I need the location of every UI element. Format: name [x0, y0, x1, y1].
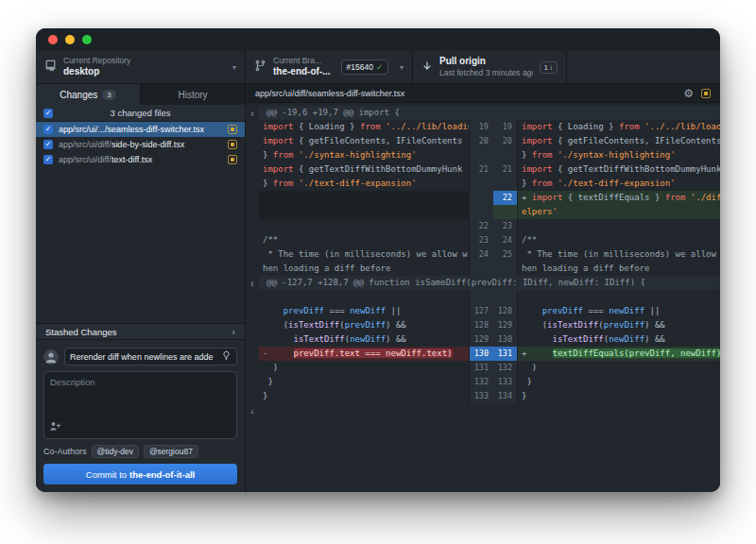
- line-number-new[interactable]: [493, 205, 518, 219]
- modified-icon: [228, 155, 237, 164]
- stashed-changes-label: Stashed Changes: [45, 327, 117, 337]
- diff-row: isTextDiff(newDiff) &&129130 isTextDiff(…: [246, 332, 720, 347]
- hunk-header: @@ -19,6 +19,7 @@ import {: [259, 106, 720, 120]
- line-number-old[interactable]: 133: [469, 389, 493, 403]
- line-number-new[interactable]: 129: [493, 318, 518, 332]
- coauthor-pill[interactable]: @sergiou87: [144, 445, 198, 458]
- commit-description-input[interactable]: Description: [43, 371, 237, 439]
- line-number-old[interactable]: 129: [469, 332, 493, 347]
- zoom-window-button[interactable]: [82, 35, 92, 44]
- chevron-down-icon: ▾: [232, 63, 236, 72]
- file-row-seamless-diff-switcher[interactable]: ✓ app/src/ui/.../seamless-diff-switcher.…: [36, 122, 245, 137]
- diff-code-right: /**: [518, 233, 720, 247]
- gear-icon[interactable]: ⚙: [683, 88, 694, 99]
- expand-hunk-button[interactable]: ↕: [246, 106, 259, 120]
- pr-number: #15640: [347, 62, 373, 72]
- tab-history[interactable]: History: [140, 84, 245, 105]
- pull-origin-button[interactable]: Pull origin Last fetched 3 minutes ago 1…: [413, 51, 567, 83]
- window-controls: [48, 35, 92, 44]
- line-number-new[interactable]: 22: [493, 191, 518, 205]
- pull-count: 1: [544, 63, 548, 72]
- pull-label: Pull origin: [439, 56, 533, 68]
- line-number-old[interactable]: 19: [469, 120, 493, 134]
- diff-code-right: hen loading a diff before: [518, 262, 720, 276]
- file-checkbox[interactable]: ✓: [43, 155, 53, 164]
- tab-changes[interactable]: Changes 3: [36, 84, 140, 105]
- minimize-window-button[interactable]: [65, 35, 75, 44]
- diff-code-left: }: [259, 375, 469, 389]
- line-number-old[interactable]: 128: [469, 318, 493, 332]
- titlebar[interactable]: [36, 28, 720, 51]
- line-number-new[interactable]: 133: [493, 375, 518, 389]
- expand-hunk-button[interactable]: ↕: [246, 276, 259, 290]
- line-number-new[interactable]: 24: [493, 233, 518, 247]
- diff-view: ↕@@ -19,6 +19,7 @@ import {import { Load…: [246, 103, 720, 492]
- line-number-old[interactable]: [469, 205, 493, 219]
- stashed-changes-row[interactable]: Stashed Changes ›: [36, 323, 245, 340]
- desktop-background: Current Repository desktop ▾ Current Bra…: [0, 0, 756, 544]
- line-number-old[interactable]: 20: [469, 134, 493, 148]
- line-number-old[interactable]: 127: [469, 304, 493, 318]
- line-number-new[interactable]: [493, 262, 518, 276]
- commit-summary-input[interactable]: Rerender diff when newlines are adde: [64, 348, 237, 366]
- close-window-button[interactable]: [48, 35, 58, 44]
- expand-down-button[interactable]: ↓: [246, 403, 259, 417]
- add-coauthor-icon[interactable]: [49, 420, 61, 434]
- tab-changes-label: Changes: [60, 90, 97, 100]
- line-number-old[interactable]: 21: [469, 162, 493, 177]
- diff-code-right: } from './text-diff-expansion': [518, 177, 720, 191]
- line-number-old[interactable]: [469, 148, 493, 162]
- line-number-old[interactable]: 24: [469, 247, 493, 262]
- pr-status-badge[interactable]: #15640 ✓: [341, 60, 389, 75]
- coauthor-pill[interactable]: @tidy-dev: [92, 445, 139, 458]
- diff-row: } from './syntax-highlighting'} from './…: [246, 148, 720, 162]
- diff-code-left: [259, 191, 469, 205]
- arrow-down-icon: [421, 59, 433, 76]
- diff-code-right: + textDiffEquals(prevDiff, newDiff)): [518, 347, 720, 361]
- file-row-side-by-side-diff[interactable]: ✓ app/src/ui/diff/side-by-side-diff.tsx: [36, 137, 245, 152]
- coauthors-row: Co-Authors @tidy-dev @sergiou87: [43, 445, 237, 458]
- line-number-old[interactable]: [469, 290, 493, 304]
- file-checkbox[interactable]: ✓: [43, 125, 53, 134]
- line-number-new[interactable]: 20: [493, 134, 518, 148]
- line-number-old[interactable]: [469, 177, 493, 191]
- line-number-new[interactable]: 134: [493, 389, 518, 403]
- diff-row: * The time (in milliseconds) we allow w2…: [246, 247, 720, 262]
- file-dir: app/src/ui/.../: [59, 125, 108, 134]
- line-number-old[interactable]: [469, 262, 493, 276]
- line-number-new[interactable]: 19: [493, 120, 518, 134]
- line-number-old[interactable]: 132: [469, 375, 493, 389]
- line-number-old[interactable]: [469, 191, 493, 205]
- git-branch-icon: [254, 59, 266, 76]
- select-all-checkbox[interactable]: ✓: [43, 109, 53, 118]
- changed-file-list: ✓ app/src/ui/.../seamless-diff-switcher.…: [36, 122, 245, 323]
- file-checkbox[interactable]: ✓: [43, 140, 53, 149]
- avatar: [43, 349, 59, 365]
- diff-code-left: import { getFileContents, IFileContents: [259, 134, 469, 148]
- line-number-new[interactable]: 25: [493, 247, 518, 262]
- line-number-new[interactable]: 130: [493, 332, 518, 347]
- line-number-new[interactable]: 131: [493, 347, 518, 361]
- line-number-old[interactable]: 130: [469, 347, 493, 361]
- github-desktop-window: Current Repository desktop ▾ Current Bra…: [36, 28, 720, 492]
- repository-switcher-button[interactable]: Current Repository desktop ▾: [36, 51, 246, 83]
- diff-code-right: }: [518, 375, 720, 389]
- line-number-old[interactable]: 131: [469, 361, 493, 375]
- coauthors-label: Co-Authors: [43, 447, 87, 456]
- line-number-new[interactable]: 132: [493, 361, 518, 375]
- diff-file-header: app/src/ui/diff/seamless-diff-switcher.t…: [246, 84, 720, 103]
- file-row-text-diff[interactable]: ✓ app/src/ui/diff/text-diff.tsx: [36, 152, 245, 167]
- lightbulb-icon[interactable]: [221, 350, 232, 363]
- line-number-new[interactable]: [493, 290, 518, 304]
- line-number-new[interactable]: [493, 148, 518, 162]
- line-number-new[interactable]: 128: [493, 304, 518, 318]
- line-number-new[interactable]: 23: [493, 219, 518, 233]
- line-number-old[interactable]: 23: [469, 233, 493, 247]
- line-number-old[interactable]: 22: [469, 219, 493, 233]
- line-number-new[interactable]: [493, 177, 518, 191]
- commit-button[interactable]: Commit to the-end-of-it-all: [43, 464, 237, 484]
- modified-icon: [228, 140, 237, 149]
- diff-row: }133134}: [246, 389, 720, 403]
- line-number-new[interactable]: 21: [493, 162, 518, 177]
- branch-switcher-button[interactable]: Current Bra... the-end-of-... #15640 ✓ ▾: [246, 51, 413, 83]
